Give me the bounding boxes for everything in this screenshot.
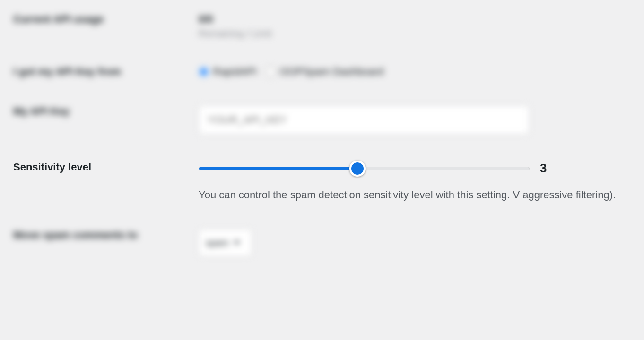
chevron-down-icon xyxy=(234,241,240,245)
api-usage-label: Current API usage xyxy=(13,13,104,25)
sensitivity-slider-fill xyxy=(199,167,357,170)
radio-rapidapi[interactable] xyxy=(199,67,209,77)
sensitivity-slider[interactable] xyxy=(199,167,530,170)
sensitivity-value: 3 xyxy=(540,161,547,176)
radio-option-rapidapi[interactable]: RapidAPI xyxy=(199,66,257,78)
move-spam-select[interactable]: spam xyxy=(199,229,252,256)
api-usage-subtext: Remaining / Limit xyxy=(199,28,644,39)
api-key-source-label: I got my API Key from xyxy=(13,66,121,77)
radio-rapidapi-label: RapidAPI xyxy=(213,66,257,78)
radio-dashboard-label: OOPSpam Dashboard xyxy=(279,66,383,78)
sensitivity-slider-thumb[interactable] xyxy=(349,161,366,177)
sensitivity-label: Sensitivity level xyxy=(13,161,91,173)
move-spam-label: Move spam comments to xyxy=(13,229,138,241)
sensitivity-description: You can control the spam detection sensi… xyxy=(199,187,624,203)
move-spam-selected: spam xyxy=(206,238,229,248)
api-key-label: My API Key xyxy=(13,105,70,117)
api-usage-value: 0/0 xyxy=(199,13,644,26)
radio-dashboard[interactable] xyxy=(265,67,276,77)
api-key-input[interactable] xyxy=(199,105,530,135)
radio-option-dashboard[interactable]: OOPSpam Dashboard xyxy=(265,66,383,78)
api-key-source-radio-group: RapidAPI OOPSpam Dashboard xyxy=(199,66,644,79)
